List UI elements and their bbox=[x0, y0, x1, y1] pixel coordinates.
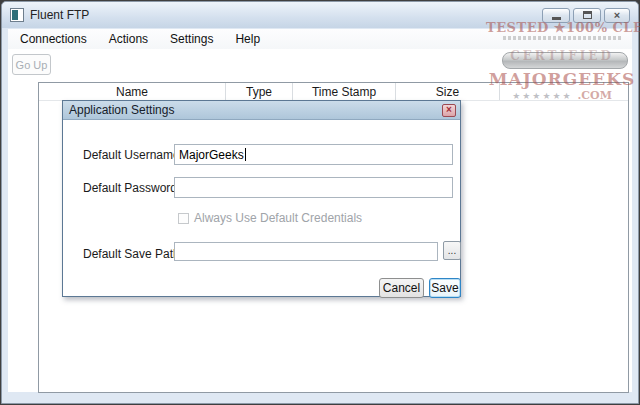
always-use-credentials-row: Always Use Default Credentials bbox=[178, 211, 362, 225]
menu-item-actions[interactable]: Actions bbox=[109, 32, 148, 46]
go-up-button[interactable]: Go Up bbox=[12, 54, 51, 75]
dialog-body: Default Username: MajorGeeks Default Pas… bbox=[63, 120, 460, 297]
column-header-timestamp[interactable]: Time Stamp bbox=[293, 83, 396, 100]
save-button[interactable]: Save bbox=[429, 278, 461, 298]
cancel-button[interactable]: Cancel bbox=[379, 278, 424, 298]
maximize-icon bbox=[583, 11, 592, 19]
dialog-titlebar: Application Settings × bbox=[63, 101, 460, 120]
password-field[interactable] bbox=[174, 177, 453, 198]
application-settings-dialog: Application Settings × Default Username:… bbox=[62, 100, 461, 297]
dialog-close-icon: × bbox=[446, 105, 452, 115]
app-icon bbox=[10, 8, 24, 22]
dialog-title: Application Settings bbox=[69, 103, 174, 117]
file-list-header: Name Type Time Stamp Size bbox=[39, 83, 628, 101]
screen: Fluent FTP × Connections Actions Setting… bbox=[0, 0, 640, 405]
window-controls: × bbox=[542, 8, 630, 23]
save-path-label: Default Save Path: bbox=[83, 247, 183, 261]
column-header-name[interactable]: Name bbox=[39, 83, 226, 100]
text-caret bbox=[245, 148, 246, 161]
minimize-button[interactable] bbox=[542, 8, 570, 23]
username-label: Default Username: bbox=[83, 148, 183, 162]
menu-item-connections[interactable]: Connections bbox=[20, 32, 87, 46]
always-use-credentials-label: Always Use Default Credentials bbox=[194, 211, 362, 225]
maximize-button[interactable] bbox=[573, 8, 601, 23]
column-header-type[interactable]: Type bbox=[226, 83, 293, 100]
username-value: MajorGeeks bbox=[179, 148, 244, 162]
titlebar: Fluent FTP × bbox=[2, 2, 638, 28]
progress-bar bbox=[502, 52, 628, 69]
menu-item-settings[interactable]: Settings bbox=[170, 32, 213, 46]
menu-item-help[interactable]: Help bbox=[235, 32, 260, 46]
username-field[interactable]: MajorGeeks bbox=[174, 144, 453, 165]
password-label: Default Password: bbox=[83, 181, 180, 195]
browse-button[interactable]: ... bbox=[443, 241, 461, 260]
minimize-icon bbox=[552, 17, 561, 20]
close-icon: × bbox=[614, 10, 620, 21]
dialog-close-button[interactable]: × bbox=[442, 104, 456, 117]
column-header-empty bbox=[500, 83, 628, 100]
close-button[interactable]: × bbox=[604, 8, 630, 23]
always-use-credentials-checkbox[interactable] bbox=[178, 213, 189, 224]
window-title: Fluent FTP bbox=[30, 8, 89, 22]
column-header-size[interactable]: Size bbox=[396, 83, 500, 100]
menubar: Connections Actions Settings Help bbox=[8, 29, 632, 49]
save-path-field[interactable] bbox=[174, 242, 438, 261]
